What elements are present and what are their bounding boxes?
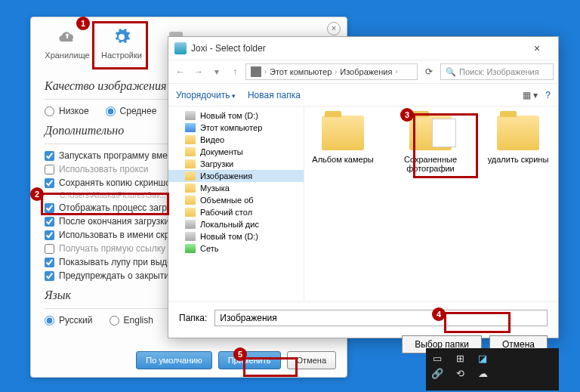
radio-medium[interactable]: Среднее [106,106,157,116]
folder-field-input[interactable] [214,310,548,326]
folder-pane: Альбом камерыСохраненные фотографииудали… [304,106,558,301]
dialog-close-button[interactable]: × [522,42,552,54]
callout-5: 5 [233,347,247,361]
folder-icon [497,116,539,150]
radio-low[interactable]: Низкое [45,106,89,116]
link-icon[interactable]: 🔗 [430,366,444,380]
view-icon[interactable]: ▦ ▾ [523,90,538,100]
newfolder-button[interactable]: Новая папка [248,90,301,100]
folder-icon [185,147,196,156]
folder-tree: Новый том (D:)Этот компьютерВидеоДокумен… [168,106,304,301]
tab-label: Настройки [101,51,142,60]
folder-icon [185,196,196,205]
refresh-icon[interactable]: ⟳ [421,63,437,80]
organize-button[interactable]: Упорядочить [176,90,236,100]
folder-icon [185,159,196,168]
chat-icon[interactable]: ▭ [430,351,444,365]
system-tray: ▭ ⊞ ◪ 🔗 ⟲ ☁ [426,348,559,390]
tree-item[interactable]: Сеть [168,242,304,255]
dialog-nav: ← → ▾ ↑ › Этот компьютер › Изображения ›… [168,60,558,84]
tree-item[interactable]: Документы [168,146,304,158]
folder-item[interactable]: Альбом камеры [310,116,375,164]
pc-icon [185,123,196,132]
help-icon[interactable]: ? [545,90,551,100]
folder-item[interactable]: удалить скрины [486,116,551,164]
forward-icon[interactable]: → [191,64,206,79]
folder-icon [185,184,196,193]
tree-item[interactable]: Видео [168,134,304,146]
folder-field-label: Папка: [179,313,207,323]
tree-item[interactable]: Изображения [168,170,304,182]
tab-label: Хранилище [45,51,89,60]
drive-icon [185,220,196,229]
callout-4: 4 [432,307,446,321]
tree-item[interactable]: Музыка [168,182,304,194]
tree-item[interactable]: Новый том (D:) [168,110,304,122]
search-input[interactable]: 🔍 Поиск: Изображения [440,63,554,80]
callout-1: 1 [76,17,90,30]
folder-icon [185,135,196,144]
dialog-titlebar: Joxi - Select folder × [168,37,558,60]
search-placeholder: Поиск: Изображения [459,67,539,76]
tree-item[interactable]: Новый том (D:) [168,230,304,242]
up-icon[interactable]: ↑ [227,64,242,79]
joxi-tray-icon[interactable]: ◪ [476,351,489,365]
drive-icon [185,232,196,241]
app-icon [174,42,187,54]
callout-2: 2 [30,187,44,201]
folder-icon [322,116,364,150]
tree-item[interactable]: Загрузки [168,158,304,170]
select-folder-dialog: Joxi - Select folder × ← → ▾ ↑ › Этот ко… [168,36,559,338]
cloud-upload-icon [57,26,78,48]
folder-item[interactable]: Сохраненные фотографии [398,116,463,173]
cloud-icon[interactable]: ☁ [476,366,489,380]
dialog-title: Joxi - Select folder [191,43,266,54]
back-icon[interactable]: ← [173,64,188,79]
tree-item[interactable]: Этот компьютер [168,122,304,134]
callout-3: 3 [400,108,414,122]
tab-storage[interactable]: Хранилище [40,23,94,66]
dialog-toolbar: Упорядочить Новая папка ▦ ▾ ? [168,84,558,106]
folder-icon [409,116,452,150]
tree-item[interactable]: Локальный дис [168,218,304,230]
close-button[interactable]: × [327,22,341,35]
gear-icon [111,26,132,48]
chevron-down-icon[interactable]: ▾ [209,64,224,79]
radio-en[interactable]: English [110,315,153,326]
folder-icon [185,171,196,181]
windows-icon[interactable]: ⊞ [453,351,467,365]
tree-item[interactable]: Объемные об [168,194,304,206]
pc-icon [251,66,261,77]
net-icon [185,244,196,253]
sync-icon[interactable]: ⟲ [453,366,467,380]
tree-item[interactable]: Рабочий стол [168,206,304,218]
radio-ru[interactable]: Русский [45,315,93,326]
drive-icon [185,111,196,120]
tab-settings[interactable]: Настройки [94,23,149,66]
folder-icon [185,208,196,217]
breadcrumb-pc[interactable]: Этот компьютер [270,67,332,76]
breadcrumb-folder[interactable]: Изображения [340,67,392,76]
search-icon: 🔍 [446,67,456,77]
breadcrumb[interactable]: › Этот компьютер › Изображения › [245,63,418,80]
